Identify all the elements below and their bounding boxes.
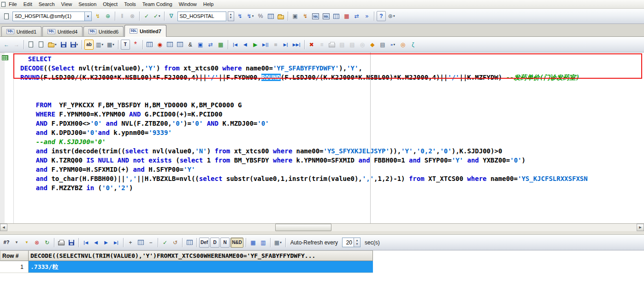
prior-record-icon[interactable]: ◀ [91, 238, 100, 248]
save-options-icon-dropdown[interactable]: ▾ [77, 43, 78, 46]
grid-view-icon[interactable]: ▦ [248, 238, 258, 248]
count-rows-icon[interactable]: #? [2, 238, 11, 248]
single-record-view-icon[interactable] [185, 238, 194, 248]
output-lines-icon[interactable]: ▤ [378, 40, 387, 50]
pause-execution-icon[interactable]: ▶|| [261, 40, 270, 50]
row-number-header[interactable]: Row # [0, 250, 29, 261]
schema-flask-icon[interactable]: ∇ [167, 11, 176, 21]
insert-row-icon[interactable]: + [126, 238, 135, 248]
session-globe-icon[interactable]: ⊕ [103, 11, 112, 21]
explain-plan-icon[interactable]: ◎ [358, 40, 367, 50]
code-line[interactable]: AND K.TZRQ00 IS NULL AND not exists (sel… [20, 157, 644, 166]
run-first-icon[interactable]: |◀ [230, 40, 240, 50]
menu-tools[interactable]: Tools [121, 0, 139, 8]
scroll-track[interactable] [7, 224, 637, 231]
spin-down-icon[interactable]: ▼ [230, 16, 232, 19]
sort-default-button[interactable]: Def [199, 238, 209, 248]
menu-edit[interactable]: Edit [20, 0, 35, 8]
code-line[interactable]: FROM YF_YPKCXX F,BM_YBSFDY H,BM_YD0000 K… [20, 101, 644, 110]
connection-combo[interactable]: SD_HOSPITAL@smfy(1) ▾ [12, 12, 92, 21]
code-area[interactable]: SELECTDECODE((Select nvl(trim(value0),'Y… [14, 52, 644, 223]
auto-refresh-value[interactable]: 20 [343, 239, 354, 246]
menu-search[interactable]: Search [35, 0, 58, 8]
commit-options-icon[interactable]: ✓▾ [152, 11, 162, 21]
scroll-left-arrow-icon[interactable]: ◀ [0, 224, 7, 231]
code-line[interactable] [20, 92, 644, 101]
settings-gear-icon[interactable]: ⊛▾ [387, 11, 396, 21]
edit-grid-icon[interactable] [145, 40, 154, 50]
quick-script-icon[interactable]: ↯ [301, 11, 310, 21]
next-record-icon[interactable]: ▶ [101, 238, 111, 248]
text-format-icon[interactable]: T [121, 40, 130, 50]
menu-help[interactable]: Help [200, 0, 217, 8]
window-list-icon[interactable]: ▣ [290, 11, 300, 21]
code-line[interactable]: and F.MZZYBZ in ('0','2') [20, 184, 644, 193]
describe-objects-icon[interactable]: % [256, 11, 265, 21]
tab-untitled4[interactable]: SQLUntitled4 [42, 26, 83, 36]
run-next-icon[interactable]: ▶| [281, 40, 290, 50]
save-file-icon[interactable] [59, 40, 68, 50]
optimize-sql-icon[interactable]: ◎ [398, 40, 408, 50]
attach-grid-icon[interactable]: ⇄ [206, 40, 215, 50]
value-column-header[interactable]: DECODE((SELECTNVL(TRIM(VALUE0),'Y')FROMX… [29, 250, 373, 261]
fetch-all-icon[interactable]: ≡ [317, 40, 326, 50]
cancel-query-icon[interactable]: ✖ [307, 40, 316, 50]
columns-select-icon-dropdown[interactable]: ▾ [101, 43, 103, 46]
quest-feather-icon[interactable]: ζ [408, 40, 418, 50]
sql-modeler-icon[interactable]: SQL [321, 11, 331, 21]
new-connection-icon[interactable] [2, 11, 11, 21]
sql-templates-icon-dropdown[interactable]: ▾ [252, 14, 254, 18]
more-commands-icon-dropdown[interactable]: ▾ [394, 43, 396, 46]
schema-browser-icon[interactable] [332, 11, 341, 21]
panel-splitter[interactable] [0, 231, 644, 235]
more-commands-icon[interactable]: »▾ [388, 40, 397, 50]
halt-activity-icon[interactable]: ⊗ [128, 11, 137, 21]
sql-recall-icon[interactable] [36, 40, 46, 50]
run-last-icon[interactable]: ▶▶| [291, 40, 302, 50]
menu-window[interactable]: Window [176, 0, 200, 8]
sql-editor[interactable]: SELECTDECODE((Select nvl(trim(value0),'Y… [0, 52, 644, 223]
open-file-icon-dropdown[interactable]: ▾ [55, 43, 57, 46]
code-line[interactable]: --and K.SJDJ00='0' [20, 138, 644, 147]
menu-object[interactable]: Object [100, 0, 121, 8]
run-prior-icon[interactable]: ◀ [241, 40, 250, 50]
code-line[interactable] [20, 83, 644, 92]
spin-up-icon[interactable]: ▲ [230, 13, 232, 16]
sort-names-button[interactable]: N [220, 238, 230, 248]
refresh-data-icon[interactable]: ↻ [42, 238, 52, 248]
menu-view[interactable]: View [58, 0, 76, 8]
sql-editor-icon[interactable]: SQL [311, 11, 320, 21]
settings-gear-icon-dropdown[interactable]: ▾ [393, 14, 395, 18]
save-options-icon[interactable]: ▾ [69, 40, 80, 50]
stop-execution-icon[interactable]: ■ [271, 40, 280, 50]
result-row[interactable]: 1.7333/粒 [0, 261, 644, 273]
new-tab-icon[interactable] [26, 40, 35, 50]
grid-menu-icon[interactable]: ▼ [12, 238, 21, 248]
sort-data-button[interactable]: D [210, 238, 219, 248]
swap-windows-icon[interactable]: ⇄ [352, 11, 361, 21]
code-line[interactable]: and instr(decode(trim((select nvl(value0… [20, 147, 644, 157]
menu-file[interactable]: File [6, 0, 20, 8]
object-palette-icon[interactable] [266, 11, 275, 21]
sort-names-data-button[interactable]: N&D [230, 238, 243, 248]
scroll-thumb[interactable] [275, 224, 331, 231]
menu-team-coding[interactable]: Team Coding [139, 0, 176, 8]
fix-columns-icon-dropdown[interactable]: ▾ [280, 241, 282, 244]
filter-icon[interactable]: ▼ [22, 238, 31, 248]
scroll-right-arrow-icon[interactable]: ▶ [637, 224, 644, 231]
tab-untitled7[interactable]: SQLUntitled7 [124, 25, 166, 37]
code-line[interactable]: DECODE((Select nvl(trim(value0),'Y') fro… [20, 64, 644, 74]
print-grid-icon[interactable] [57, 238, 66, 248]
query-options-icon[interactable]: ▦▾ [106, 40, 116, 50]
save-grid-icon[interactable] [67, 238, 76, 248]
duplicate-row-icon[interactable] [136, 238, 145, 248]
open-file-icon[interactable]: ▾ [47, 40, 58, 50]
code-line[interactable]: and F.YPNM00=H.SFXMID(+) and H.SFYP00='Y… [20, 166, 644, 175]
result-grid-icon[interactable] [165, 40, 175, 50]
auto-refresh-interval[interactable]: 20 ▲▼ [342, 238, 360, 247]
commit-icon[interactable]: ✓ [142, 11, 151, 21]
refresh-grid-icon[interactable]: ▦ [216, 40, 225, 50]
row-number-cell[interactable]: 1 [0, 261, 29, 273]
schema-spinner[interactable]: ▲▼ [228, 12, 234, 21]
form-view-icon[interactable]: ▥ [259, 238, 268, 248]
